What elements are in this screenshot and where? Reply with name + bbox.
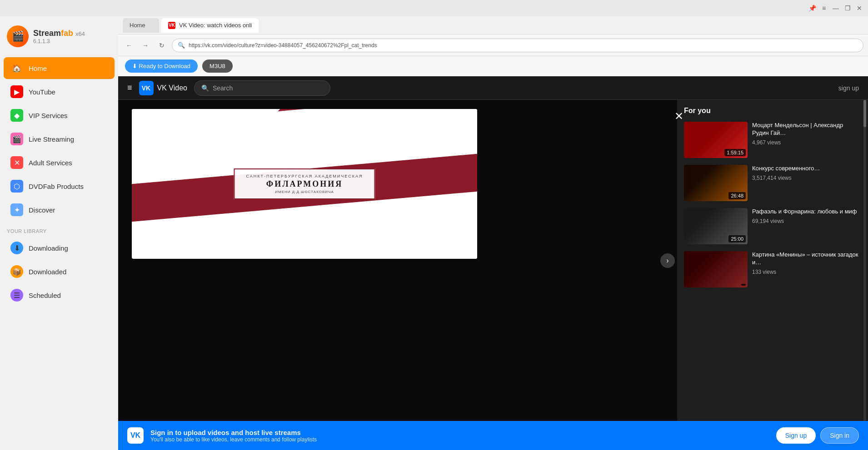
filarmonia-bg: САНКТ-ПЕТЕРБУРГСКАЯ АКАДЕМИЧЕСКАЯ ФИЛАРМ… — [132, 109, 477, 259]
rec-info: Картина «Менины» – источник загадок и… 1… — [752, 251, 861, 287]
recommendation-item[interactable]: 1:59:15 Моцарт Мендельсон | Александр Ру… — [684, 122, 861, 158]
rec-title: Картина «Менины» – источник загадок и… — [752, 251, 861, 267]
rec-views: 3,517,414 views — [752, 175, 861, 181]
signin-title: Sign in to upload videos and host live s… — [150, 429, 317, 436]
lib-item-label: Scheduled — [29, 292, 61, 299]
sidebar-item-adult[interactable]: ✕ Adult Services — [4, 152, 115, 173]
rec-duration: 25:00 — [728, 235, 746, 242]
sidebar-item-label: Home — [29, 64, 47, 72]
rec-views: 69,194 views — [752, 218, 861, 224]
filarmonia-small-text: САНКТ-ПЕТЕРБУРГСКАЯ АКАДЕМИЧЕСКАЯ — [246, 174, 363, 178]
title-bar: 📌 ≡ — ❐ ✕ — [0, 0, 868, 16]
vk-favicon: VK — [168, 22, 175, 29]
video-modal: САНКТ-ПЕТЕРБУРГСКАЯ АКАДЕМИЧЕСКАЯ ФИЛАРМ… — [132, 109, 477, 259]
menu-icon[interactable]: ≡ — [820, 4, 828, 12]
sidebar-item-live[interactable]: 🎬 Live Streaming — [4, 128, 115, 150]
close-button[interactable]: ✕ — [855, 4, 863, 12]
downloading-icon: ⬇ — [10, 242, 23, 254]
recommendation-item[interactable]: 26:48 Конкурс современного… 3,517,414 vi… — [684, 165, 861, 201]
sidebar-item-label: Adult Services — [29, 159, 72, 167]
discover-icon: ✦ — [10, 203, 23, 216]
maximize-button[interactable]: ❐ — [843, 4, 852, 12]
signin-bar: VK Sign in to upload videos and host liv… — [118, 421, 868, 450]
rec-info: Моцарт Мендельсон | Александр Рудин Гай…… — [752, 122, 861, 158]
refresh-button[interactable]: ↻ — [155, 39, 168, 52]
app-version: 6.1.1.3 — [33, 38, 85, 45]
rec-info: Рафаэль и Форнарина: любовь и миф 69,194… — [752, 208, 861, 244]
download-toolbar: ⬇ Ready to Download M3U8 — [118, 56, 868, 76]
address-bar[interactable]: 🔍 https://vk.com/video/culture?z=video-3… — [172, 39, 863, 52]
sidebar-item-label: Live Streaming — [29, 135, 74, 143]
signup-button[interactable]: Sign up — [776, 427, 816, 444]
home-icon: 🏠 — [10, 62, 23, 74]
forward-button[interactable]: → — [139, 39, 152, 52]
filarmonia-sub-text: ИМЕНИ Д.Д.ШОСТАКОВИЧА — [246, 190, 363, 194]
tab-vk-label: VK Video: watch videos onli — [179, 22, 252, 29]
back-button[interactable]: ← — [123, 39, 135, 52]
rec-thumbnail: 25:00 — [684, 208, 748, 244]
scrollbar-track — [863, 100, 866, 421]
vk-topbar: ≡ VK VK Video 🔍 Search sign up — [118, 76, 868, 100]
sidebar-item-discover[interactable]: ✦ Discover — [4, 199, 115, 221]
brand-logo-area: 🎬 Streamfab x64 6.1.1.3 — [0, 21, 118, 56]
web-content: ≡ VK VK Video 🔍 Search sign up — [118, 76, 868, 450]
tab-home-label: Home — [130, 22, 145, 29]
sidebar-item-label: Discover — [29, 206, 55, 214]
rec-thumbnail — [684, 251, 748, 287]
vk-small-icon: VK — [127, 427, 144, 444]
adult-icon: ✕ — [10, 156, 23, 169]
downloaded-icon: 📦 — [10, 265, 23, 278]
vk-search-icon: 🔍 — [201, 84, 209, 92]
sidebar-item-label: VIP Services — [29, 112, 68, 119]
scheduled-icon: ☰ — [10, 289, 23, 302]
next-arrow-button[interactable]: › — [660, 253, 675, 268]
sidebar-item-scheduled[interactable]: ☰ Scheduled — [4, 284, 115, 306]
lib-item-label: Downloaded — [29, 268, 66, 276]
rec-duration: 1:59:15 — [724, 149, 746, 156]
live-icon: 🎬 — [10, 133, 23, 145]
sidebar-item-label: YouTube — [29, 88, 55, 96]
rec-info: Конкурс современного… 3,517,414 views — [752, 165, 861, 201]
address-text: https://vk.com/video/culture?z=video-348… — [189, 42, 858, 49]
recommendation-item[interactable]: Картина «Менины» – источник загадок и… 1… — [684, 251, 861, 287]
scrollbar-thumb[interactable] — [863, 100, 866, 127]
library-section-label: YOUR LIBRARY — [0, 222, 118, 236]
rec-views: 133 views — [752, 269, 861, 275]
vk-site-title: VK Video — [157, 84, 187, 92]
browser-toolbar: ← → ↻ 🔍 https://vk.com/video/culture?z=v… — [118, 35, 868, 56]
filarmonia-name: ФИЛАРМОНИЯ — [246, 179, 363, 189]
sidebar-item-home[interactable]: 🏠 Home — [4, 57, 115, 79]
minimize-button[interactable]: — — [832, 4, 840, 12]
vk-signup-link[interactable]: sign up — [838, 84, 859, 92]
signin-button[interactable]: Sign in — [820, 427, 859, 444]
ready-to-download-button[interactable]: ⬇ Ready to Download — [125, 59, 198, 73]
vk-menu-icon[interactable]: ≡ — [127, 83, 132, 93]
recommendation-item[interactable]: 25:00 Рафаэль и Форнарина: любовь и миф … — [684, 208, 861, 244]
close-modal-button[interactable]: ✕ — [671, 108, 687, 124]
vk-search-placeholder: Search — [213, 84, 233, 92]
sidebar-item-dvdfab[interactable]: ⬡ DVDFab Products — [4, 175, 115, 197]
for-you-label: For you — [684, 107, 861, 115]
main-area: Home VK VK Video: watch videos onli ← → … — [118, 16, 868, 450]
pin-icon[interactable]: 📌 — [808, 4, 816, 12]
search-icon: 🔍 — [178, 42, 185, 49]
sidebar-item-label: DVDFab Products — [29, 183, 84, 190]
sidebar-item-vip[interactable]: ◆ VIP Services — [4, 104, 115, 126]
sidebar-item-youtube[interactable]: ▶ YouTube — [4, 81, 115, 103]
sidebar-item-downloaded[interactable]: 📦 Downloaded — [4, 261, 115, 282]
sidebar-item-downloading[interactable]: ⬇ Downloading — [4, 237, 115, 259]
content-area: САНКТ-ПЕТЕРБУРГСКАЯ АКАДЕМИЧЕСКАЯ ФИЛАРМ… — [118, 100, 868, 421]
signin-buttons: Sign up Sign in — [776, 427, 859, 444]
lib-item-label: Downloading — [29, 244, 68, 252]
rec-thumbnail: 1:59:15 — [684, 122, 748, 158]
rec-views: 4,967 views — [752, 139, 861, 146]
tab-vk[interactable]: VK VK Video: watch videos onli — [161, 18, 259, 33]
app-logo: 🎬 — [7, 25, 29, 47]
m3u8-button[interactable]: M3U8 — [202, 59, 233, 73]
tab-home[interactable]: Home — [123, 18, 159, 33]
youtube-icon: ▶ — [10, 85, 23, 98]
tab-bar: Home VK VK Video: watch videos onli — [118, 16, 868, 35]
filarmonia-video: САНКТ-ПЕТЕРБУРГСКАЯ АКАДЕМИЧЕСКАЯ ФИЛАРМ… — [132, 109, 477, 259]
rec-title: Моцарт Мендельсон | Александр Рудин Гай… — [752, 122, 861, 137]
vk-search-box[interactable]: 🔍 Search — [194, 80, 330, 96]
